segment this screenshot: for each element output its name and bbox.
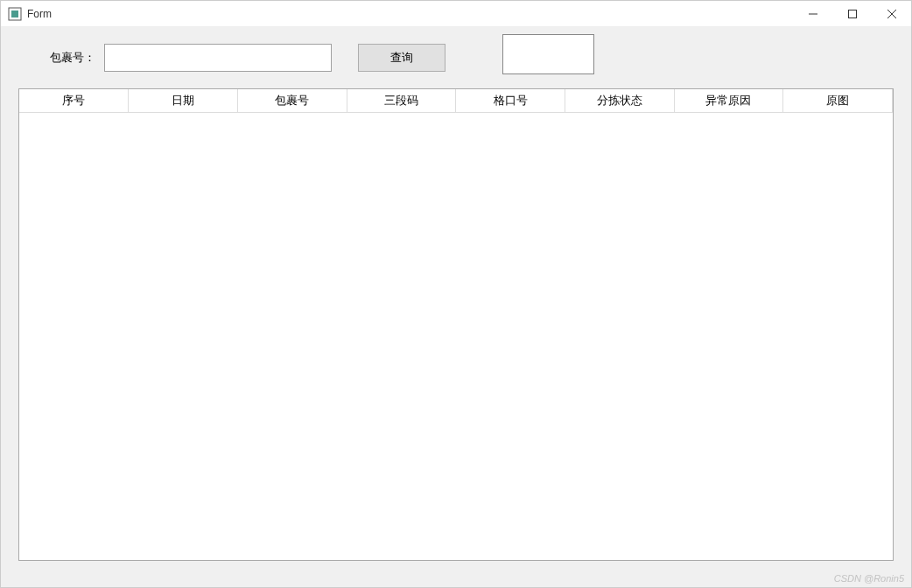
- minimize-button[interactable]: [793, 1, 832, 26]
- column-header-index[interactable]: 序号: [19, 89, 129, 113]
- window-controls: [793, 1, 911, 26]
- results-table-container[interactable]: 序号 日期 包裹号 三段码 格口号 分拣状态 异常原因 原图: [18, 88, 894, 561]
- content-area: 包裹号： 查询 序号 日期 包裹号 三段码 格口号 分拣状态 异常原因 原图 C: [1, 27, 911, 587]
- preview-box: [502, 34, 594, 74]
- table-header-row: 序号 日期 包裹号 三段码 格口号 分拣状态 异常原因 原图: [19, 89, 893, 113]
- column-header-exception-reason[interactable]: 异常原因: [674, 89, 783, 113]
- svg-rect-3: [848, 10, 856, 18]
- app-icon: [8, 7, 22, 21]
- close-button[interactable]: [872, 1, 911, 26]
- query-button[interactable]: 查询: [358, 44, 445, 72]
- results-table: 序号 日期 包裹号 三段码 格口号 分拣状态 异常原因 原图: [19, 89, 893, 113]
- column-header-date[interactable]: 日期: [129, 89, 238, 113]
- column-header-slot-number[interactable]: 格口号: [456, 89, 565, 113]
- window-titlebar: Form: [1, 1, 911, 27]
- column-header-sort-status[interactable]: 分拣状态: [565, 89, 674, 113]
- svg-rect-1: [11, 10, 18, 18]
- window-title: Form: [27, 8, 793, 20]
- column-header-three-segment-code[interactable]: 三段码: [347, 89, 456, 113]
- watermark: CSDN @Ronin5: [834, 573, 904, 584]
- column-header-package-id[interactable]: 包裹号: [237, 89, 347, 113]
- package-id-input[interactable]: [104, 44, 332, 72]
- maximize-button[interactable]: [832, 1, 872, 26]
- column-header-original-image[interactable]: 原图: [783, 89, 893, 113]
- package-id-label: 包裹号：: [50, 50, 95, 66]
- search-row: 包裹号： 查询: [18, 41, 894, 74]
